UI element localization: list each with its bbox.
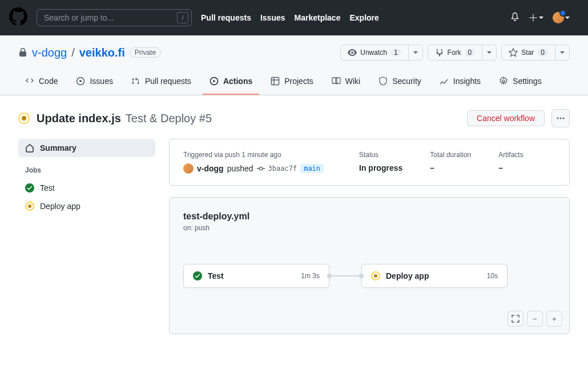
unwatch-button[interactable]: Unwatch 1 (340, 45, 408, 61)
svg-rect-3 (272, 78, 279, 85)
branch-label[interactable]: main (300, 164, 324, 173)
watch-dropdown[interactable] (409, 45, 423, 61)
fork-label: Fork (448, 49, 461, 57)
graph-connector (329, 275, 361, 276)
trigger-label: Triggered via push 1 minute ago (183, 151, 332, 159)
commit-sha[interactable]: 3baac7f (268, 165, 297, 173)
eye-icon (348, 48, 357, 57)
summary-box: Triggered via push 1 minute ago v-dogg p… (169, 139, 570, 186)
workflow-run-name: Test & Deploy #5 (126, 112, 212, 125)
commit-message: Update index.js (37, 112, 121, 125)
graph-node-test[interactable]: Test 1m 3s (183, 264, 329, 288)
kebab-icon (556, 114, 565, 123)
summary-status: Status In progress (359, 151, 402, 174)
zoom-fit-button[interactable] (508, 311, 523, 327)
tab-insights-label: Insights (453, 77, 481, 86)
workflow-graph: test-deploy.yml on: push Test 1m 3s Depl… (169, 197, 570, 334)
graph-nodes: Test 1m 3s Deploy app 10s (183, 264, 555, 288)
tab-code-label: Code (39, 77, 58, 86)
workflow-file: test-deploy.yml (183, 211, 555, 222)
repo-actions: Unwatch 1 Fork 0 Star 0 (340, 45, 570, 61)
notifications-icon[interactable] (510, 12, 519, 23)
svg-point-8 (259, 167, 262, 170)
zoom-in-button[interactable]: + (546, 311, 562, 327)
watch-button-group: Unwatch 1 (340, 45, 422, 61)
tab-security-label: Security (392, 77, 421, 86)
global-search-input[interactable] (37, 9, 192, 26)
repo-name-link[interactable]: veikko.fi (79, 46, 125, 59)
actor-avatar[interactable] (183, 163, 194, 174)
zoom-out-button[interactable]: − (527, 311, 543, 327)
home-icon (25, 143, 34, 153)
tab-pulls-label: Pull requests (145, 77, 191, 86)
nav-explore[interactable]: Explore (349, 13, 378, 22)
tab-issues[interactable]: Issues (69, 72, 119, 95)
run-header: Update index.js Test & Deploy #5 Cancel … (18, 109, 570, 127)
global-header: / Pull requests Issues Marketplace Explo… (0, 0, 588, 35)
tab-security[interactable]: Security (372, 72, 428, 95)
actor-name[interactable]: v-dogg (197, 164, 224, 173)
github-logo[interactable] (9, 7, 27, 28)
run-columns: Summary Jobs Test Deploy app Triggered v… (18, 139, 570, 334)
watch-label: Unwatch (360, 49, 387, 57)
tab-projects[interactable]: Projects (264, 72, 320, 95)
fork-dropdown[interactable] (482, 45, 497, 61)
summary-trigger: Triggered via push 1 minute ago v-dogg p… (183, 151, 332, 174)
star-button[interactable]: Star 0 (501, 45, 555, 61)
tab-insights[interactable]: Insights (433, 72, 488, 95)
create-menu[interactable] (529, 13, 543, 22)
repo-owner-link[interactable]: v-dogg (32, 46, 67, 59)
fork-button-group: Fork 0 (428, 45, 497, 61)
tab-code[interactable]: Code (18, 72, 65, 95)
fullscreen-icon (512, 315, 519, 323)
run-title: Update index.js Test & Deploy #5 (37, 112, 460, 125)
svg-point-7 (563, 118, 565, 119)
main-content: Update index.js Test & Deploy #5 Cancel … (0, 95, 588, 348)
run-status-icon (18, 113, 30, 124)
sidebar-summary[interactable]: Summary (18, 139, 155, 157)
node-title: Test (208, 271, 295, 280)
search-wrap: / (37, 9, 192, 26)
tab-actions[interactable]: Actions (203, 72, 259, 95)
caret-down-icon (487, 50, 492, 55)
fork-icon (435, 48, 444, 57)
sidebar-summary-label: Summary (40, 143, 76, 153)
star-dropdown[interactable] (555, 45, 570, 61)
success-icon (25, 183, 34, 192)
star-icon (509, 48, 518, 57)
tab-settings[interactable]: Settings (492, 72, 549, 95)
run-sidebar: Summary Jobs Test Deploy app (18, 139, 155, 334)
svg-point-4 (502, 80, 505, 82)
lock-icon (18, 48, 27, 57)
cancel-workflow-button[interactable]: Cancel workflow (467, 110, 545, 126)
tab-pulls[interactable]: Pull requests (124, 72, 198, 95)
run-content: Triggered via push 1 minute ago v-dogg p… (169, 139, 570, 334)
fork-button[interactable]: Fork 0 (428, 45, 483, 61)
user-avatar[interactable] (553, 12, 570, 23)
nav-issues[interactable]: Issues (260, 13, 285, 22)
nav-marketplace[interactable]: Marketplace (295, 13, 341, 22)
tab-settings-label: Settings (513, 77, 542, 86)
workflow-trigger: on: push (183, 224, 555, 232)
sidebar-job-test[interactable]: Test (18, 179, 155, 197)
artifacts-label: Artifacts (498, 151, 523, 159)
star-label: Star (521, 49, 534, 57)
action-text: pushed (227, 164, 253, 173)
sidebar-job-deploy[interactable]: Deploy app (18, 197, 155, 215)
repo-title: v-dogg / veikko.fi Private (18, 46, 161, 59)
tab-wiki-label: Wiki (345, 77, 360, 86)
node-time: 10s (487, 272, 498, 280)
success-icon (193, 271, 202, 280)
svg-point-6 (560, 118, 562, 119)
tab-issues-label: Issues (90, 77, 112, 86)
graph-node-deploy[interactable]: Deploy app 10s (361, 264, 508, 288)
status-value: In progress (359, 163, 402, 173)
tab-wiki[interactable]: Wiki (325, 72, 367, 95)
nav-pull-requests[interactable]: Pull requests (201, 13, 251, 22)
run-menu-button[interactable] (551, 109, 570, 127)
progress-icon (371, 271, 380, 280)
star-count: 0 (537, 49, 548, 57)
caret-down-icon (413, 50, 418, 55)
repo-visibility-badge: Private (130, 47, 161, 58)
topbar-right (510, 12, 570, 23)
